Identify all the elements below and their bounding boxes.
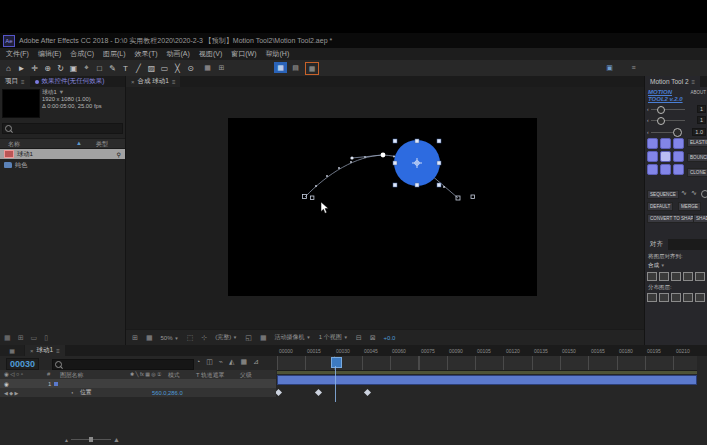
always-preview-icon[interactable]: ⊞	[132, 334, 138, 342]
slider-arrow-icon[interactable]: ‹	[647, 106, 649, 112]
menu-edit[interactable]: 编辑(E)	[38, 49, 61, 59]
sequence-button[interactable]: SEQUENCE	[647, 190, 679, 199]
hand-tool-icon[interactable]: ✛	[30, 62, 39, 74]
distribute-center-h-icon[interactable]	[695, 293, 705, 302]
default-button[interactable]: DEFAULT	[647, 202, 673, 211]
property-value[interactable]: 560.0,286.0	[152, 390, 183, 396]
slider-knob[interactable]	[673, 128, 682, 137]
bounce-button[interactable]: BOUNCE	[687, 153, 707, 162]
zoom-in-mountain-icon[interactable]: ▲	[113, 436, 120, 443]
active-mode-icon[interactable]: ▦	[274, 62, 287, 73]
ease-in-icon[interactable]: ∿	[681, 189, 687, 197]
clone-button[interactable]: CLONE	[687, 168, 707, 177]
motion-blur-icon[interactable]: ▦	[240, 358, 247, 366]
slider-track[interactable]	[651, 132, 679, 133]
work-area-bar[interactable]	[277, 371, 697, 374]
menu-window[interactable]: 窗口(W)	[231, 49, 256, 59]
project-row-comp[interactable]: 球动1 ⚲	[0, 149, 125, 159]
menu-effect[interactable]: 效果(T)	[135, 49, 158, 59]
new-comp-icon[interactable]: ▭	[31, 334, 38, 342]
label-color-swatch[interactable]	[54, 382, 58, 386]
panel-menu-icon[interactable]: ≡	[172, 79, 176, 85]
hide-shy-icon[interactable]: ⌁	[219, 358, 223, 366]
eraser-tool-icon[interactable]: ▭	[160, 62, 169, 74]
anchor-cell[interactable]	[647, 164, 658, 175]
zoom-level[interactable]: 50% ▼	[161, 335, 179, 341]
panel-menu-icon[interactable]: ≡	[21, 79, 25, 85]
puppet-pin-tool-icon[interactable]: ⊙	[186, 62, 195, 74]
distribute-left-icon[interactable]	[683, 293, 693, 302]
workspace-icon[interactable]: ▣	[604, 62, 615, 73]
slider-track[interactable]	[651, 109, 685, 110]
view-layout-select[interactable]: 1 个视图 ▼	[319, 333, 348, 342]
region-of-interest-icon[interactable]: ◱	[245, 334, 252, 342]
property-label[interactable]: 位置	[80, 388, 92, 397]
slider-1-value[interactable]: 1	[697, 105, 706, 113]
align-center-h-icon[interactable]	[659, 272, 669, 281]
align-left-icon[interactable]	[647, 272, 657, 281]
keyframe-nav-icons[interactable]: ◀ ◆ ▶	[4, 390, 18, 396]
timeline-search-field[interactable]	[52, 359, 194, 370]
zoom-out-mountain-icon[interactable]: ▲	[64, 437, 69, 443]
transparency-grid-icon[interactable]: ▦	[260, 334, 267, 342]
keyframe-icon[interactable]	[364, 389, 371, 396]
timeline-stub-tab[interactable]: ▦	[0, 345, 24, 356]
align-top-icon[interactable]	[683, 272, 693, 281]
anchor-cell[interactable]	[673, 151, 684, 162]
distribute-top-icon[interactable]	[647, 293, 657, 302]
pen-tool-icon[interactable]: ✎	[108, 62, 117, 74]
zoom-track[interactable]	[71, 439, 111, 440]
motion-tool-brand-link[interactable]: MOTION TOOL2 v.2.0	[648, 89, 683, 103]
align-right-icon[interactable]	[671, 272, 681, 281]
delete-icon[interactable]: ▯	[44, 334, 48, 342]
panel-menu-icon[interactable]: ≡	[692, 79, 696, 85]
tab-project[interactable]: 项目 ≡	[0, 76, 30, 87]
fast-preview-icon[interactable]: ⊠	[370, 334, 376, 342]
zoom-knob[interactable]	[89, 437, 93, 442]
resolution-select[interactable]: (完整) ▼	[215, 333, 237, 342]
brush-tool-icon[interactable]: ╱	[134, 62, 143, 74]
cycle-icon[interactable]	[701, 190, 707, 198]
home-icon[interactable]: ⌂	[4, 62, 13, 74]
panel-menu-icon[interactable]: ≡	[56, 348, 60, 354]
8bpc-icon[interactable]: ▦	[4, 334, 11, 342]
tab-align[interactable]: 对齐	[645, 239, 668, 250]
snap-option-icon[interactable]: ⊞	[216, 62, 227, 73]
about-button[interactable]: ABOUT	[690, 90, 706, 95]
anchor-cell[interactable]	[673, 164, 684, 175]
sort-arrow-icon[interactable]: ▲	[76, 140, 82, 146]
keyframe-icon[interactable]	[315, 389, 322, 396]
anchor-cell[interactable]	[647, 138, 658, 149]
menu-help[interactable]: 帮助(H)	[266, 49, 290, 59]
toolbar-panel-menu-icon[interactable]: ≡	[628, 62, 639, 73]
comp-mini-flowchart-icon[interactable]: ◔	[196, 358, 200, 366]
slider-knob[interactable]	[657, 106, 665, 114]
timeline-zoom-slider[interactable]: ▲ ▲	[64, 436, 120, 443]
pan-behind-tool-icon[interactable]: ⌖	[82, 62, 91, 74]
slider-3-value[interactable]: 1.0	[692, 128, 706, 136]
tab-timeline-comp[interactable]: × 球动1 ≡	[25, 345, 65, 356]
anchor-cell[interactable]	[660, 164, 671, 175]
type-tool-icon[interactable]: T	[121, 62, 130, 74]
zoom-tool-icon[interactable]: ⊕	[43, 62, 52, 74]
align-center-v-icon[interactable]	[695, 272, 705, 281]
eye-icon[interactable]: ◉	[4, 381, 9, 387]
menu-file[interactable]: 文件(F)	[6, 49, 29, 59]
mask-visibility-icon[interactable]: ⊹	[201, 334, 207, 342]
graph-editor-icon[interactable]: ⊿	[253, 358, 259, 366]
layer-duration-bar[interactable]	[277, 375, 697, 385]
comp-viewer[interactable]	[228, 118, 537, 296]
highlight-mode-icon[interactable]: ▦	[305, 62, 319, 75]
tab-composition[interactable]: × 合成 球动1 ≡	[126, 76, 180, 87]
merge-button[interactable]: MERGE	[678, 202, 701, 211]
property-row-position[interactable]: ◀ ◆ ▶ ◔ 位置 560.0,286.0	[0, 388, 276, 397]
tab-motion-tool[interactable]: Motion Tool 2 ≡	[645, 76, 700, 87]
project-search-field[interactable]	[2, 123, 123, 134]
frame-blending-icon[interactable]: ◭	[229, 358, 234, 366]
roto-brush-tool-icon[interactable]: ╳	[173, 62, 182, 74]
camera-select[interactable]: 活动摄像机 ▼	[275, 333, 311, 342]
slider-track[interactable]	[651, 120, 685, 121]
column-name[interactable]: 名称	[8, 140, 20, 149]
layer-row[interactable]: ◉ 1	[0, 379, 276, 388]
menu-layer[interactable]: 图层(L)	[103, 49, 126, 59]
